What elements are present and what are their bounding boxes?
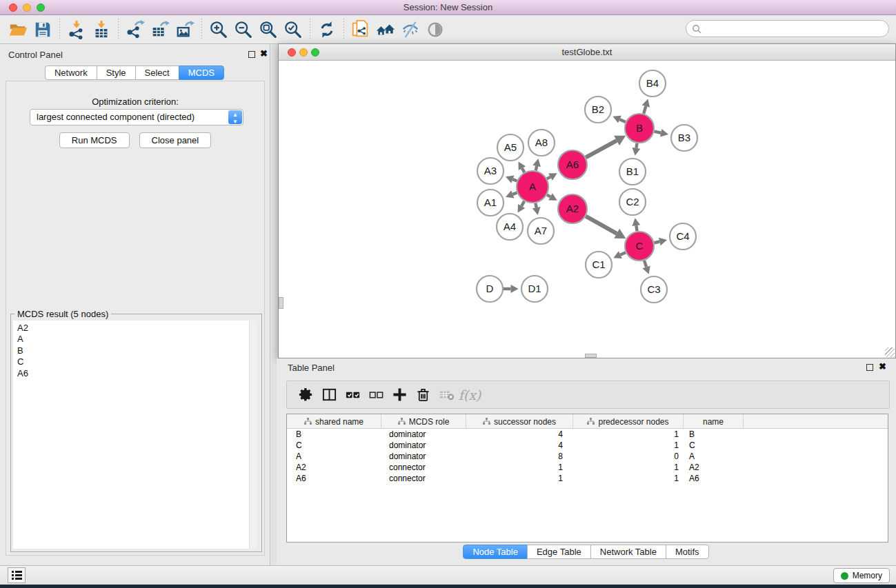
tab-select[interactable]: Select xyxy=(135,65,179,80)
mcds-result-item[interactable]: A2 xyxy=(13,321,257,334)
graph-edge-C-C3[interactable] xyxy=(644,261,646,267)
graph-node-label: B1 xyxy=(626,165,639,177)
hide-graphics-details-icon[interactable] xyxy=(398,18,423,41)
tab-network-table[interactable]: Network Table xyxy=(590,545,666,559)
column-header-predecessor-nodes[interactable]: predecessor nodes xyxy=(573,414,684,429)
export-network-icon[interactable] xyxy=(123,18,148,41)
task-history-button[interactable] xyxy=(8,567,26,583)
graph-edge-A-A5[interactable] xyxy=(522,168,524,172)
graph-edge-B-B2[interactable] xyxy=(619,119,625,122)
table-cell: 1 xyxy=(573,440,684,450)
table-row[interactable]: Cdominator41C xyxy=(287,440,888,451)
graph-edge-B-B4[interactable] xyxy=(644,106,646,114)
column-header-mcds-role[interactable]: MCDS role xyxy=(381,414,466,429)
tab-mcds[interactable]: MCDS xyxy=(179,65,224,80)
column-header-name[interactable]: name xyxy=(684,414,744,429)
graph-edge-A-A6[interactable] xyxy=(547,177,550,179)
memory-button[interactable]: Memory xyxy=(833,568,890,583)
graph-node-label: A4 xyxy=(504,221,516,232)
column-header-successor-nodes[interactable]: successor nodes xyxy=(466,414,573,429)
zoom-in-icon[interactable] xyxy=(206,18,231,41)
zoom-selected-icon[interactable] xyxy=(281,18,306,41)
graph-edge-arrowhead xyxy=(633,148,641,156)
refresh-icon[interactable] xyxy=(315,18,339,41)
graph-node-label: B2 xyxy=(592,103,604,115)
duplicate-network-icon[interactable] xyxy=(348,18,373,41)
home-icon[interactable] xyxy=(373,18,398,41)
mcds-result-item[interactable]: A6 xyxy=(13,368,257,379)
criterion-dropdown[interactable]: largest connected component (directed) ▲… xyxy=(30,109,243,125)
zoom-fit-icon[interactable] xyxy=(256,18,281,41)
node-table: shared nameMCDS rolesuccessor nodesprede… xyxy=(286,414,888,543)
table-row[interactable]: Adominator80A xyxy=(287,451,888,462)
graph-edge-C-C4[interactable] xyxy=(654,241,659,243)
tab-edge-table[interactable]: Edge Table xyxy=(527,545,591,559)
graph-edge-A2-C[interactable] xyxy=(586,216,617,234)
tab-style[interactable]: Style xyxy=(97,65,136,80)
table-cell: 8 xyxy=(466,452,573,461)
graph-node-label: A8 xyxy=(535,136,548,148)
function-builder-icon[interactable]: f(x) xyxy=(458,385,481,405)
scrollbar-track[interactable] xyxy=(249,321,257,549)
control-panel-tabs: NetworkStyleSelectMCDS xyxy=(0,65,270,80)
import-table-icon[interactable] xyxy=(89,18,114,41)
tab-motifs[interactable]: Motifs xyxy=(666,545,709,559)
close-panel-button[interactable]: Close panel xyxy=(139,132,212,148)
criterion-value: largest connected component (directed) xyxy=(37,112,195,122)
graph-node-label: A5 xyxy=(504,141,517,153)
graph-edge-A6-B[interactable] xyxy=(586,141,617,157)
column-header-shared-name[interactable]: shared name xyxy=(287,414,381,429)
close-panel-icon[interactable]: ✖ xyxy=(879,361,886,372)
export-image-icon[interactable] xyxy=(172,18,197,41)
resize-grip[interactable] xyxy=(885,347,895,357)
graph-edge-B-B3[interactable] xyxy=(655,132,661,133)
float-panel-icon[interactable] xyxy=(248,51,255,58)
hierarchy-icon xyxy=(587,417,595,427)
table-row[interactable]: Bdominator41B xyxy=(287,429,888,440)
mcds-result-item[interactable]: C xyxy=(13,356,257,367)
table-row[interactable]: A6connector11A6 xyxy=(287,473,888,484)
columns-icon[interactable] xyxy=(317,385,341,405)
gear-icon[interactable] xyxy=(294,385,317,405)
table-cell: 4 xyxy=(466,440,573,450)
graph-node-label: D xyxy=(486,283,494,294)
splitter-handle[interactable] xyxy=(279,297,283,309)
search-box[interactable] xyxy=(686,20,889,37)
graph-edge-C-C1[interactable] xyxy=(620,252,626,254)
tab-network[interactable]: Network xyxy=(45,65,97,80)
graph-edge-B-B1[interactable] xyxy=(636,143,637,148)
column-header-label: shared name xyxy=(315,417,364,427)
table-panel-title: Table Panel xyxy=(288,363,335,373)
tab-node-table[interactable]: Node Table xyxy=(463,545,528,559)
zoom-out-icon[interactable] xyxy=(231,18,256,41)
export-table-icon[interactable] xyxy=(148,18,172,41)
network-canvas[interactable]: AA1A2A3A4A5A6A7A8BB1B2B3B4CC1C2C3C4DD1 xyxy=(279,61,895,358)
graph-edge-C-C2[interactable] xyxy=(636,225,637,231)
deselect-all-icon[interactable] xyxy=(364,385,388,405)
graph-node-label: C2 xyxy=(626,196,639,207)
add-column-icon[interactable] xyxy=(388,385,411,405)
splitter-handle[interactable] xyxy=(585,354,597,358)
graph-edge-A-A7[interactable] xyxy=(535,203,536,208)
graph-edge-A-A8[interactable] xyxy=(536,166,537,171)
delete-column-icon[interactable] xyxy=(411,385,435,405)
select-all-icon[interactable] xyxy=(341,385,364,405)
close-panel-icon[interactable]: ✖ xyxy=(260,48,268,59)
graph-edge-A-A1[interactable] xyxy=(512,192,517,194)
float-panel-icon[interactable] xyxy=(866,364,873,371)
run-mcds-button[interactable]: Run MCDS xyxy=(59,132,130,148)
mcds-result-item[interactable]: A xyxy=(13,334,257,345)
mcds-result-item[interactable]: B xyxy=(13,345,257,356)
network-window-titlebar[interactable]: testGlobe.txt xyxy=(279,44,895,61)
import-network-icon[interactable] xyxy=(64,18,89,41)
graph-node-label: C3 xyxy=(647,283,660,295)
show-graphics-details-icon[interactable] xyxy=(423,18,448,41)
open-icon[interactable] xyxy=(6,18,30,41)
graph-edge-A-A3[interactable] xyxy=(512,179,517,181)
table-row[interactable]: A2connector11A2 xyxy=(287,462,888,473)
graph-edge-A-A2[interactable] xyxy=(547,195,550,197)
search-input[interactable] xyxy=(701,22,888,36)
graph-edge-A-A4[interactable] xyxy=(521,201,524,206)
delete-table-icon[interactable] xyxy=(435,385,458,405)
save-icon[interactable] xyxy=(30,18,55,41)
